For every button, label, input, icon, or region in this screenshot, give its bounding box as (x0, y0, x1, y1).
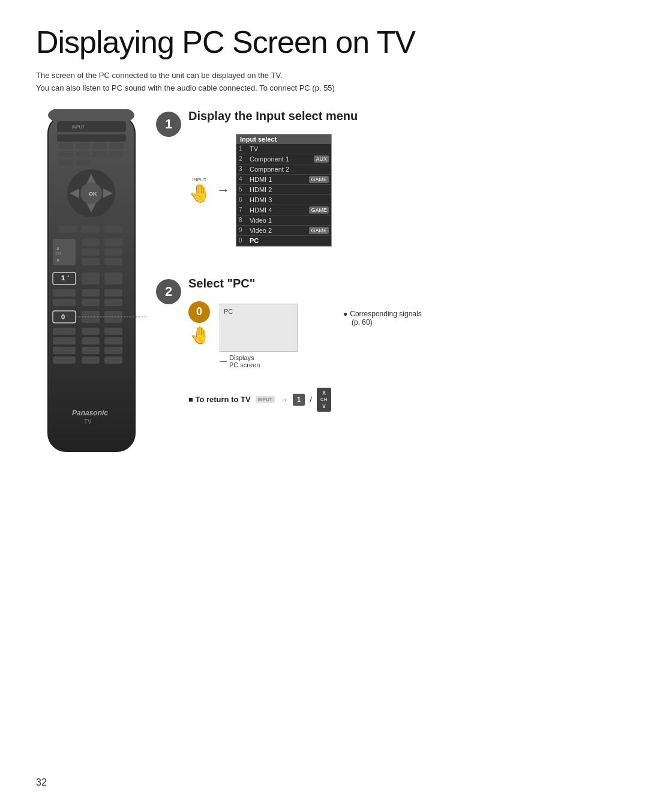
menu-item-hdmi1: 4HDMI 1GAME (236, 175, 331, 185)
svg-rect-33 (82, 258, 100, 265)
hand2-icon: ✋ (189, 325, 210, 345)
svg-text:TV: TV (84, 418, 92, 425)
svg-rect-29 (82, 239, 100, 246)
svg-rect-58 (82, 347, 100, 354)
svg-text:-: - (67, 313, 68, 317)
pc-screen-text: PC screen (229, 361, 260, 368)
step2-left: 0 ✋ (188, 301, 210, 345)
pc-screen-box: PC (220, 304, 298, 352)
svg-rect-24 (104, 226, 122, 233)
pc-screen-area: PC — Displays PC screen (220, 304, 298, 368)
page-number: 32 (36, 777, 47, 788)
svg-rect-4 (57, 134, 126, 142)
svg-rect-57 (53, 347, 76, 354)
svg-rect-45 (104, 299, 122, 306)
svg-text:CH: CH (56, 251, 61, 255)
menu-item-pc: 0PC (236, 236, 331, 246)
svg-rect-44 (82, 299, 100, 306)
svg-rect-51 (53, 328, 76, 335)
steps-container: INPUT (36, 109, 612, 460)
svg-rect-31 (82, 248, 100, 256)
menu-item-hdmi2: 5HDMI 2 (236, 185, 331, 195)
svg-text:INPUT: INPUT (72, 125, 85, 129)
menu-item-comp1: 2Component 1AUX (236, 154, 331, 164)
svg-text:OK: OK (89, 191, 97, 197)
input-label: INPUT (193, 177, 207, 182)
menu-item-hdmi3: 6HDMI 3 (236, 195, 331, 205)
return-row: ■ To return to TV INPUT → 1 / ∧ CH ∨ (188, 388, 422, 412)
ch-down-arrow: ∨ (322, 402, 326, 410)
svg-rect-2 (57, 121, 126, 132)
step1-title: Display the Input select menu (188, 109, 358, 123)
main-content: INPUT (36, 109, 612, 460)
return-input-label: INPUT (256, 396, 275, 403)
svg-rect-14 (76, 160, 90, 166)
step1-circle: 1 (156, 112, 181, 137)
return-section: ■ To return to TV INPUT → 1 / ∧ CH ∨ (188, 382, 422, 412)
svg-rect-9 (59, 151, 73, 157)
signals-note-area: Corresponding signals (p. 60) (343, 304, 422, 326)
svg-rect-61 (82, 356, 100, 364)
signals-page: (p. 60) (352, 318, 422, 326)
menu-header: Input select (236, 134, 331, 144)
remote-control-svg: INPUT (36, 109, 147, 457)
input-select-menu: Input select 1TV 2Component 1AUX 3Compon… (236, 134, 332, 247)
svg-text:∧: ∧ (56, 246, 59, 250)
svg-rect-32 (104, 248, 122, 256)
slash-text: / (310, 395, 312, 404)
ch-label: CH (320, 397, 328, 403)
svg-rect-41 (82, 289, 100, 296)
step2-row: 0 ✋ PC — Displays (188, 301, 422, 368)
svg-rect-54 (53, 337, 76, 344)
svg-rect-52 (82, 328, 100, 335)
arrow2-icon: → (280, 395, 288, 404)
arrow-icon: → (217, 182, 230, 198)
svg-rect-60 (53, 356, 76, 364)
zero-key[interactable]: 0 (188, 301, 210, 323)
pc-label-inside: PC (224, 308, 233, 315)
svg-rect-34 (104, 258, 122, 265)
svg-rect-42 (104, 289, 122, 296)
svg-rect-59 (104, 347, 122, 354)
svg-rect-11 (92, 151, 107, 157)
svg-rect-38 (82, 272, 100, 284)
svg-text:●: ● (67, 274, 70, 278)
svg-rect-23 (82, 226, 100, 233)
menu-item-tv: 1TV (236, 144, 331, 154)
remote-column: INPUT (36, 109, 156, 460)
svg-text:Panasonic: Panasonic (72, 409, 108, 417)
step1-row: INPUT ✋ → Input select 1TV 2Component 1A… (188, 134, 358, 247)
svg-rect-5 (59, 143, 73, 149)
page-title: Displaying PC Screen on TV (36, 24, 612, 60)
key-1-button[interactable]: 1 (293, 394, 305, 406)
svg-rect-6 (76, 143, 90, 149)
step2-circle: 2 (156, 279, 181, 304)
return-text: ■ To return to TV (188, 395, 251, 404)
step2-block: 2 Select "PC" 0 ✋ PC (156, 277, 612, 412)
ch-up-arrow: ∧ (322, 389, 326, 397)
signals-note: Corresponding signals (343, 310, 422, 318)
svg-rect-12 (109, 151, 124, 157)
svg-rect-56 (104, 337, 122, 344)
displays-text-group: Displays PC screen (229, 354, 260, 368)
svg-rect-22 (59, 226, 77, 233)
step1-block: 1 Display the Input select menu INPUT ✋ … (156, 109, 612, 247)
menu-item-video2: 9Video 2GAME (236, 226, 331, 236)
svg-rect-39 (104, 272, 122, 284)
svg-rect-43 (53, 299, 76, 306)
step2-details: Select "PC" 0 ✋ PC (188, 277, 422, 412)
svg-rect-8 (109, 143, 124, 149)
svg-rect-62 (104, 356, 122, 364)
intro-text: The screen of the PC connected to the un… (36, 70, 612, 95)
displays-label-row: — Displays PC screen (220, 354, 298, 368)
hand-icon: ✋ (188, 182, 211, 203)
input-button-area: INPUT ✋ (188, 177, 211, 203)
svg-rect-53 (104, 328, 122, 335)
svg-rect-7 (92, 143, 107, 149)
svg-rect-10 (76, 151, 90, 157)
svg-text:∨: ∨ (56, 258, 59, 262)
instructions-column: 1 Display the Input select menu INPUT ✋ … (156, 109, 612, 460)
svg-rect-55 (82, 337, 100, 344)
svg-rect-13 (59, 160, 73, 166)
svg-text:0: 0 (61, 313, 65, 320)
